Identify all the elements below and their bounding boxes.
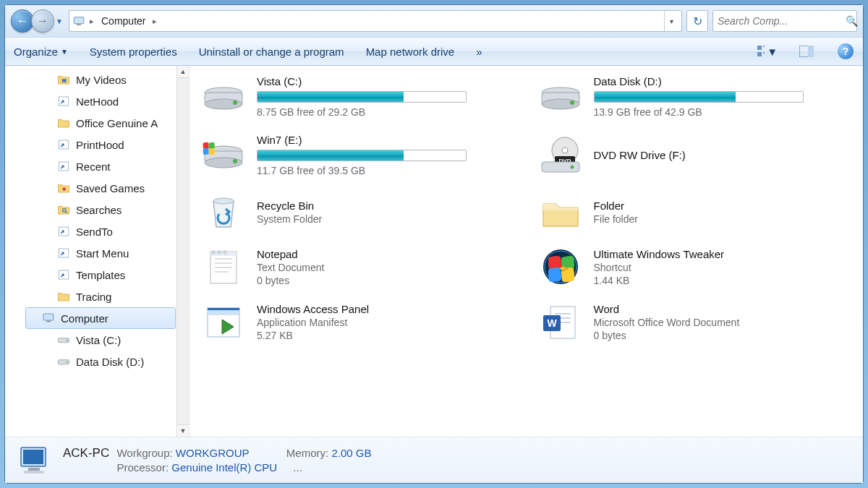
item-tile[interactable]: Ultimate Windows Tweaker Shortcut 1.44 K… [534,244,856,290]
drive-tile[interactable]: Vista (C:) 8.75 GB free of 29.2 GB [197,72,519,121]
svg-rect-18 [43,314,54,320]
help-button[interactable]: ? [835,41,856,61]
scroll-down-icon[interactable]: ▼ [177,424,189,437]
toolbar-overflow[interactable]: » [475,43,483,61]
svg-rect-61 [23,450,43,464]
uninstall-program-button[interactable]: Uninstall or change a program [197,43,346,61]
address-bar-row: ← → ▼ ▸ Computer ▸ ▾ ↻ 🔍 [5,5,863,37]
drive-usage-bar [257,150,467,161]
sidebar-item[interactable]: Start Menu [5,242,189,264]
arrow-right-icon: → [37,14,48,27]
search-icon[interactable]: 🔍 [846,15,858,27]
svg-rect-4 [757,52,762,56]
computer-icon [72,14,85,27]
drive-usage-bar [594,91,804,103]
svg-point-35 [233,159,237,163]
refresh-icon: ↻ [693,14,702,28]
drive-icon [537,80,584,114]
search-input[interactable] [718,15,846,27]
item-tile[interactable]: Folder File folder [534,189,856,235]
sidebar-item[interactable]: My Videos [5,69,189,90]
shortcut-icon [57,95,70,108]
svg-rect-7 [808,46,814,57]
sidebar-item-label: Tracing [76,291,111,303]
drive-icon [200,138,247,173]
chevron-down-icon: ▼ [61,48,68,56]
view-options-button[interactable]: ▼ [757,41,778,61]
sidebar-item-computer[interactable]: Computer [25,307,176,329]
item-tile[interactable]: Recycle Bin System Folder [197,189,519,235]
svg-point-42 [213,198,234,204]
search-box[interactable]: 🔍 [712,10,857,32]
breadcrumb-item-computer[interactable]: Computer [98,14,148,28]
item-type: Text Document [257,262,516,273]
breadcrumb[interactable]: ▸ Computer ▸ ▾ [69,10,682,32]
item-tile[interactable]: Windows Access Panel Application Manifes… [197,299,519,345]
svg-point-21 [67,340,68,341]
organize-menu[interactable]: Organize ▼ [12,43,69,61]
sidebar-item-label: PrintHood [76,139,124,151]
sidebar-item[interactable]: SendTo [5,221,189,242]
command-bar: Organize ▼ System properties Uninstall o… [5,37,863,66]
svg-point-41 [570,165,574,168]
sidebar-item[interactable]: Templates [5,264,189,286]
item-name: Recycle Bin [257,200,516,212]
drive-name: Vista (C:) [257,75,516,87]
map-network-drive-button[interactable]: Map network drive [365,43,456,61]
drive-usage-bar [257,91,467,103]
sidebar-item[interactable]: Saved Games [5,177,189,199]
svg-rect-53 [208,308,239,310]
item-tile[interactable]: Notepad Text Document 0 bytes [197,244,519,290]
sidebar-item[interactable]: Searches [5,199,189,221]
item-name: Notepad [257,248,516,260]
item-type: Microsoft Office Word Document [594,317,853,328]
item-size: 0 bytes [257,275,516,286]
computer-icon [42,312,55,325]
folder-icon [57,116,70,129]
refresh-button[interactable]: ↻ [686,10,708,32]
nav-history-dropdown[interactable]: ▼ [54,9,64,33]
item-tile[interactable]: W Word Microsoft Office Word Document 0 … [534,299,856,345]
shortcut-icon [57,138,70,151]
sidebar-item[interactable]: PrintHood [5,134,189,155]
sidebar-item-label: Start Menu [76,247,129,260]
sidebar-item[interactable]: Tracing [5,286,189,307]
svg-rect-8 [62,79,67,82]
svg-rect-1 [77,25,81,26]
forward-button[interactable]: → [31,9,54,33]
svg-point-27 [233,100,237,105]
view-icon [757,46,765,57]
sidebar-item[interactable]: Office Genuine A [5,112,189,134]
item-name: Word [594,303,853,315]
svg-point-23 [67,361,68,363]
sidebar-item-drive[interactable]: Vista (C:) [5,329,189,351]
details-ellipsis: ... [293,461,302,474]
drive-free-text: 8.75 GB free of 29.2 GB [257,106,516,118]
help-icon: ? [838,43,854,59]
breadcrumb-dropdown[interactable]: ▾ [664,11,678,31]
system-properties-button[interactable]: System properties [88,43,179,61]
sidebar-item-drive[interactable]: Data Disk (D:) [5,351,189,372]
drive-free-text: 11.7 GB free of 39.5 GB [257,165,516,176]
windows-orb-icon [537,247,584,286]
sidebar-item-label: My Videos [76,74,127,86]
sidebar-item[interactable]: NetHood [5,90,189,112]
preview-pane-button[interactable] [796,41,817,61]
dvd-drive-tile[interactable]: DVD DVD RW Drive (F:) [534,130,856,180]
memory-label: Memory: [286,447,328,459]
explorer-window: ← → ▼ ▸ Computer ▸ ▾ ↻ 🔍 Organize ▼ [4,4,864,484]
shortcut-icon [57,268,70,281]
folder-icon [537,192,584,231]
drive-tile[interactable]: Win7 (E:) 11.7 GB free of 39.5 GB [197,130,519,180]
organize-label: Organize [14,46,58,58]
sidebar-scrollbar[interactable]: ▲ ▼ [176,66,189,437]
processor-value: Genuine Intel(R) CPU [171,461,277,474]
drive-tile[interactable]: Data Disk (D:) 13.9 GB free of 42.9 GB [534,72,856,121]
content-pane: Vista (C:) 8.75 GB free of 29.2 GB Data … [190,66,863,437]
pane-icon [799,46,814,57]
explorer-body: My Videos NetHood Office Genuine A Print… [5,66,863,437]
scroll-up-icon[interactable]: ▲ [177,66,189,78]
sidebar-item[interactable]: Recent [5,155,189,177]
sidebar-item-label: Vista (C:) [76,334,121,346]
text-document-icon [200,247,247,286]
